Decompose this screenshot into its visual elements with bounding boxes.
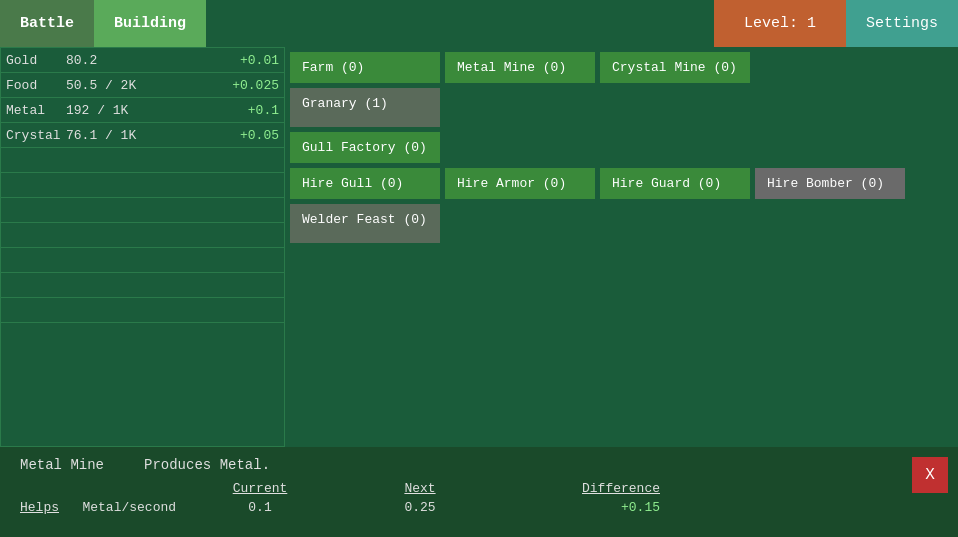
settings-button[interactable]: Settings	[846, 0, 958, 47]
info-title-row: Metal Mine Produces Metal.	[20, 457, 938, 473]
col-helps-header	[20, 481, 180, 496]
hire-armor-button[interactable]: Hire Armor (0)	[445, 168, 595, 199]
info-stats-row: Helps Metal/second 0.1 0.25 +0.15	[20, 500, 938, 515]
building-row-2: Granary (1)	[290, 88, 953, 127]
resource-empty-5	[1, 248, 284, 273]
info-title: Metal Mine	[20, 457, 104, 473]
resource-value-crystal: 76.1 / 1K	[66, 128, 219, 143]
info-helps: Helps Metal/second	[20, 500, 180, 515]
resource-value-metal: 192 / 1K	[66, 103, 219, 118]
resource-value-gold: 80.2	[66, 53, 219, 68]
stat-current: 0.1	[180, 500, 340, 515]
stat-diff: +0.15	[500, 500, 660, 515]
resource-value-food: 50.5 / 2K	[66, 78, 219, 93]
header: Battle Building Level: 1 Settings	[0, 0, 958, 47]
hire-gull-button[interactable]: Hire Gull (0)	[290, 168, 440, 199]
hire-gull-label: Hire Gull (0)	[302, 176, 403, 191]
resource-name-metal: Metal	[6, 103, 66, 118]
hire-armor-label: Hire Armor (0)	[457, 176, 566, 191]
hire-guard-label: Hire Guard (0)	[612, 176, 721, 191]
level-label: Level: 1	[744, 15, 816, 32]
welder-feast-label: Welder Feast (0)	[302, 212, 427, 227]
settings-label: Settings	[866, 15, 938, 32]
farm-button[interactable]: Farm (0)	[290, 52, 440, 83]
close-icon: X	[925, 466, 935, 484]
col-current-header: Current	[180, 481, 340, 496]
resource-name-food: Food	[6, 78, 66, 93]
hire-bomber-button[interactable]: Hire Bomber (0)	[755, 168, 905, 199]
stat-name: Metal/second	[82, 500, 176, 515]
resource-rate-crystal: +0.05	[219, 128, 279, 143]
tab-battle-label: Battle	[20, 15, 74, 32]
resource-name-crystal: Crystal	[6, 128, 66, 143]
resources-panel: Gold 80.2 +0.01 Food 50.5 / 2K +0.025 Me…	[0, 47, 285, 447]
farm-label: Farm (0)	[302, 60, 364, 75]
metal-mine-button[interactable]: Metal Mine (0)	[445, 52, 595, 83]
resource-row-food: Food 50.5 / 2K +0.025	[1, 73, 284, 98]
hire-bomber-label: Hire Bomber (0)	[767, 176, 884, 191]
crystal-mine-button[interactable]: Crystal Mine (0)	[600, 52, 750, 83]
col-next-header: Next	[340, 481, 500, 496]
info-description: Produces Metal.	[144, 457, 270, 473]
main-area: Gold 80.2 +0.01 Food 50.5 / 2K +0.025 Me…	[0, 47, 958, 447]
buildings-panel: Farm (0) Metal Mine (0) Crystal Mine (0)…	[285, 47, 958, 447]
level-badge: Level: 1	[714, 0, 846, 47]
resource-rate-food: +0.025	[219, 78, 279, 93]
building-row-1: Farm (0) Metal Mine (0) Crystal Mine (0)	[290, 52, 953, 83]
building-row-4: Hire Gull (0) Hire Armor (0) Hire Guard …	[290, 168, 953, 199]
resource-row-crystal: Crystal 76.1 / 1K +0.05	[1, 123, 284, 148]
resource-empty-2	[1, 173, 284, 198]
granary-button[interactable]: Granary (1)	[290, 88, 440, 127]
hire-guard-button[interactable]: Hire Guard (0)	[600, 168, 750, 199]
resource-row-gold: Gold 80.2 +0.01	[1, 48, 284, 73]
metal-mine-label: Metal Mine (0)	[457, 60, 566, 75]
gull-factory-label: Gull Factory (0)	[302, 140, 427, 155]
info-stats-header: Current Next Difference	[20, 481, 938, 496]
resource-empty-1	[1, 148, 284, 173]
tab-battle[interactable]: Battle	[0, 0, 94, 47]
resource-rate-metal: +0.1	[219, 103, 279, 118]
col-diff-header: Difference	[500, 481, 660, 496]
resource-row-metal: Metal 192 / 1K +0.1	[1, 98, 284, 123]
tab-building[interactable]: Building	[94, 0, 206, 47]
header-spacer	[206, 0, 714, 47]
resource-rate-gold: +0.01	[219, 53, 279, 68]
helps-link[interactable]: Helps	[20, 500, 59, 515]
building-row-5: Welder Feast (0)	[290, 204, 953, 243]
resource-empty-3	[1, 198, 284, 223]
resource-empty-6	[1, 273, 284, 298]
resource-empty-4	[1, 223, 284, 248]
close-info-button[interactable]: X	[912, 457, 948, 493]
welder-feast-button[interactable]: Welder Feast (0)	[290, 204, 440, 243]
resource-empty-7	[1, 298, 284, 323]
crystal-mine-label: Crystal Mine (0)	[612, 60, 737, 75]
gull-factory-button[interactable]: Gull Factory (0)	[290, 132, 440, 163]
resource-name-gold: Gold	[6, 53, 66, 68]
stat-next: 0.25	[340, 500, 500, 515]
granary-label: Granary (1)	[302, 96, 388, 111]
tab-building-label: Building	[114, 15, 186, 32]
building-row-3: Gull Factory (0)	[290, 132, 953, 163]
info-panel: X Metal Mine Produces Metal. Current Nex…	[0, 447, 958, 537]
